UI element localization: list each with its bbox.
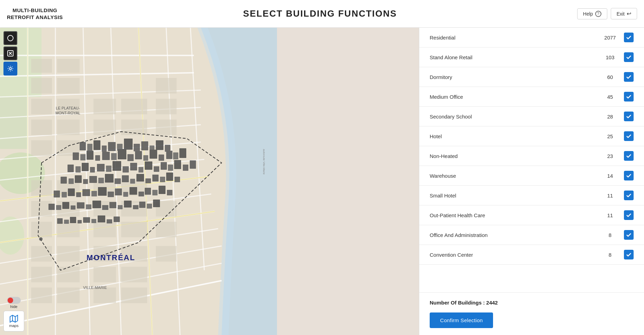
list-item[interactable]: Office And Administration8 — [419, 225, 644, 245]
building-count: 14 — [596, 173, 624, 179]
building-type-name: Hotel — [430, 133, 596, 139]
svg-rect-34 — [31, 99, 52, 114]
select-tool-button[interactable] — [3, 46, 17, 60]
building-checkbox[interactable] — [624, 92, 634, 102]
building-checkbox[interactable] — [624, 191, 634, 200]
maps-button[interactable]: maps — [3, 311, 24, 332]
building-checkbox[interactable] — [624, 52, 634, 62]
svg-rect-169 — [78, 220, 82, 223]
svg-rect-89 — [87, 151, 93, 160]
svg-rect-140 — [91, 191, 97, 196]
building-type-name: Dormitory — [430, 74, 596, 80]
building-checkbox[interactable] — [624, 230, 634, 240]
building-checkbox[interactable] — [624, 131, 634, 141]
svg-point-181 — [9, 68, 11, 70]
building-checkbox[interactable] — [624, 72, 634, 82]
svg-rect-37 — [57, 120, 80, 135]
exit-button[interactable]: Exit ↩ — [611, 8, 637, 19]
right-panel: Residential2077Stand Alone Retail103Dorm… — [419, 28, 644, 335]
settings-tool-button[interactable] — [3, 62, 17, 76]
svg-rect-127 — [122, 175, 129, 182]
svg-rect-158 — [102, 205, 108, 210]
svg-rect-166 — [57, 218, 63, 224]
hide-toggle-switch[interactable] — [7, 297, 21, 304]
svg-rect-154 — [71, 205, 75, 210]
map-background: autoroute Ville-Marie — [0, 28, 277, 335]
svg-rect-76 — [87, 144, 92, 151]
building-checkbox[interactable] — [624, 171, 634, 180]
district1-label: LE PLATEAU-MONT-ROYAL — [55, 106, 80, 116]
svg-rect-122 — [83, 179, 88, 184]
svg-rect-164 — [147, 204, 152, 209]
city-label: MONTRÉAL — [87, 253, 135, 262]
list-item[interactable]: Non-Heated23 — [419, 146, 644, 166]
list-item[interactable]: Hotel25 — [419, 126, 644, 146]
svg-rect-128 — [130, 179, 135, 184]
building-checkbox[interactable] — [624, 250, 634, 259]
svg-rect-65 — [156, 246, 177, 262]
building-checkbox[interactable] — [624, 210, 634, 220]
svg-rect-108 — [113, 161, 121, 171]
list-item[interactable]: Convention Center8 — [419, 245, 644, 265]
svg-rect-170 — [83, 217, 90, 223]
building-count: 28 — [596, 114, 624, 120]
svg-rect-85 — [156, 140, 163, 150]
building-checkbox[interactable] — [624, 33, 634, 42]
list-item[interactable]: Medium Office45 — [419, 87, 644, 107]
svg-rect-102 — [68, 165, 74, 172]
list-item[interactable]: Dormitory60 — [419, 67, 644, 87]
building-count: 103 — [596, 54, 624, 60]
svg-rect-56 — [57, 222, 80, 237]
left-toolbar — [3, 31, 17, 76]
building-checkbox[interactable] — [624, 151, 634, 161]
svg-rect-162 — [133, 205, 138, 209]
svg-rect-150 — [167, 190, 172, 195]
svg-rect-112 — [145, 161, 152, 170]
svg-rect-144 — [123, 192, 128, 197]
svg-rect-134 — [175, 177, 180, 182]
svg-rect-161 — [124, 201, 132, 208]
svg-rect-109 — [123, 166, 129, 173]
svg-rect-77 — [93, 140, 100, 150]
svg-rect-92 — [111, 153, 117, 160]
list-item[interactable]: Residential2077 — [419, 28, 644, 47]
list-item[interactable]: Secondary School28 — [419, 107, 644, 126]
svg-rect-136 — [62, 192, 67, 197]
building-type-name: Residential — [430, 35, 596, 41]
svg-rect-103 — [75, 166, 81, 173]
building-count: 8 — [596, 232, 624, 238]
svg-rect-91 — [102, 152, 110, 160]
svg-rect-114 — [161, 162, 167, 170]
svg-rect-132 — [160, 177, 165, 182]
list-item[interactable]: Out-Patient Health Care11 — [419, 205, 644, 225]
building-type-name: Warehouse — [430, 173, 596, 179]
confirm-selection-button[interactable]: Confirm Selection — [430, 312, 493, 328]
circle-tool-button[interactable] — [3, 31, 17, 45]
svg-rect-71 — [57, 288, 80, 303]
help-button[interactable]: Help ? — [577, 8, 607, 19]
svg-rect-157 — [92, 201, 101, 208]
list-item[interactable]: Stand Alone Retail103 — [419, 47, 644, 67]
list-item[interactable]: Small Hotel11 — [419, 186, 644, 205]
app-logo: MULTI-BUILDING RETROFIT ANALYSIS — [7, 7, 63, 20]
svg-rect-66 — [31, 267, 52, 282]
district2-label: VILLE-MARIE — [83, 285, 107, 290]
building-count: 11 — [596, 212, 624, 218]
svg-rect-90 — [95, 155, 100, 161]
svg-rect-139 — [82, 189, 90, 196]
toggle-knob — [8, 298, 13, 303]
svg-rect-137 — [68, 188, 75, 196]
svg-rect-60 — [57, 246, 80, 262]
building-checkbox[interactable] — [624, 112, 634, 121]
help-icon: ? — [595, 11, 601, 17]
svg-rect-159 — [109, 202, 116, 208]
svg-rect-78 — [102, 146, 107, 152]
svg-rect-163 — [139, 202, 145, 208]
svg-rect-156 — [86, 204, 91, 209]
svg-text:autoroute Ville-Marie: autoroute Ville-Marie — [262, 149, 266, 175]
svg-rect-111 — [138, 167, 143, 173]
svg-rect-40 — [93, 99, 116, 114]
svg-rect-160 — [118, 205, 123, 209]
svg-rect-47 — [31, 180, 52, 196]
list-item[interactable]: Warehouse14 — [419, 166, 644, 186]
